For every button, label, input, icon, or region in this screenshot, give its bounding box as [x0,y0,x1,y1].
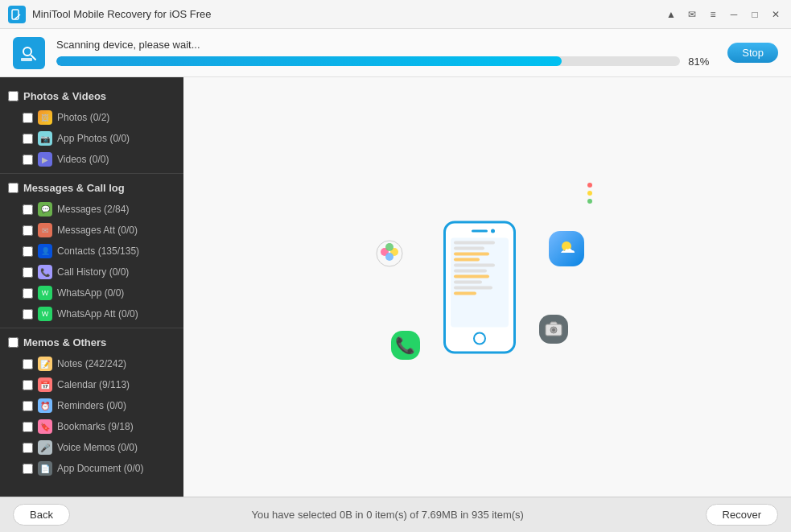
screen-line [454,286,492,289]
checkbox-reminders[interactable] [23,401,33,411]
floating-dots [587,183,592,204]
sidebar-item-call-history[interactable]: 📞 Call History (0/0) [0,262,183,282]
divider-1 [0,173,183,174]
checkbox-whatsapp[interactable] [23,288,33,299]
sidebar-item-photos[interactable]: 🖼 Photos (0/2) [0,107,183,128]
messages-att-label: Messages Att (0/0) [57,225,138,236]
sidebar-item-calendar[interactable]: 📅 Calendar (9/113) [0,374,183,395]
checkbox-bookmarks[interactable] [23,422,33,432]
sidebar-item-bookmarks[interactable]: 🔖 Bookmarks (9/18) [0,416,183,437]
category-photos-videos-label: Photos & Videos [23,90,106,102]
email-btn[interactable]: ✉ [685,7,699,22]
game-center-icon [375,239,404,268]
checkbox-photos[interactable] [23,113,33,123]
sidebar-item-app-document[interactable]: 📄 App Document (0/0) [0,458,183,479]
messages-icon: 💬 [38,202,52,217]
screen-line [454,241,495,244]
app-title: MiniTool Mobile Recovery for iOS Free [32,8,664,20]
videos-label: Videos (0/0) [57,154,109,165]
contacts-icon: 👤 [38,244,52,258]
back-button[interactable]: Back [13,504,70,526]
category-messages-calllog[interactable]: Messages & Call log [0,177,183,199]
category-memos-others[interactable]: Memos & Others [0,332,183,353]
checkbox-videos[interactable] [23,155,33,165]
svg-point-7 [385,253,393,261]
checkbox-messages-calllog[interactable] [8,183,19,193]
phone-screen [451,237,509,327]
screen-line-highlight [454,258,480,261]
phone-app-icon: 📞 [391,331,420,360]
screen-line [454,263,495,266]
checkbox-app-photos[interactable] [23,134,33,144]
maximize-btn[interactable]: □ [748,7,762,22]
checkbox-call-history[interactable] [23,267,33,278]
sidebar-item-contacts[interactable]: 👤 Contacts (135/135) [0,241,183,262]
sidebar-item-whatsapp-att[interactable]: W WhatsApp Att (0/0) [0,303,183,324]
app-icon [8,6,26,23]
app-photos-label: App Photos (0/0) [57,133,130,144]
app-document-icon: 📄 [38,461,52,476]
dot-green [587,199,592,204]
sidebar-item-notes[interactable]: 📝 Notes (242/242) [0,353,183,374]
photos-label: Photos (0/2) [57,112,109,123]
checkbox-whatsapp-att[interactable] [23,309,33,320]
svg-rect-2 [21,58,32,61]
reminders-label: Reminders (0/0) [57,400,126,411]
sidebar-item-voice-memos[interactable]: 🎤 Voice Memos (0/0) [0,437,183,458]
screen-line [454,269,488,272]
checkbox-messages-att[interactable] [23,225,33,236]
screen-line-highlight [454,291,477,295]
contacts-label: Contacts (135/135) [57,245,139,257]
svg-point-6 [385,243,393,251]
title-bar: MiniTool Mobile Recovery for iOS Free ▲ … [0,0,791,29]
phone-illustration: 📞 [359,167,616,408]
divider-2 [0,328,183,328]
sidebar-item-videos[interactable]: ▶ Videos (0/0) [0,149,183,170]
voice-memos-label: Voice Memos (0/0) [57,442,138,453]
phone-body [443,221,516,353]
menu-btn[interactable]: ≡ [706,7,720,22]
reminders-icon: ⏰ [38,398,52,413]
weather-icon [549,231,584,266]
notes-icon: 📝 [38,357,52,371]
checkbox-notes[interactable] [23,359,33,369]
checkbox-memos-others[interactable] [8,337,19,348]
upload-btn[interactable]: ▲ [664,7,678,22]
recover-button[interactable]: Recover [706,504,778,526]
screen-line-highlight [454,274,490,278]
sidebar-item-messages[interactable]: 💬 Messages (2/84) [0,199,183,220]
status-text: You have selected 0B in 0 item(s) of 7.6… [252,509,524,521]
checkbox-calendar[interactable] [23,380,33,390]
whatsapp-att-label: WhatsApp Att (0/0) [57,308,138,320]
call-history-icon: 📞 [38,265,52,279]
sidebar-item-app-photos[interactable]: 📷 App Photos (0/0) [0,128,183,149]
sidebar-item-reminders[interactable]: ⏰ Reminders (0/0) [0,395,183,416]
window-controls: ▲ ✉ ≡ ─ □ ✕ [664,7,783,22]
scan-bar: Scanning device, please wait... 81% Stop [0,29,791,77]
checkbox-voice-memos[interactable] [23,443,33,453]
sidebar-item-whatsapp[interactable]: W WhatsApp (0/0) [0,282,183,303]
call-history-label: Call History (0/0) [57,266,129,278]
content-area: 📞 [183,77,791,497]
screen-line-highlight [454,252,490,255]
notes-label: Notes (242/242) [57,358,126,369]
stop-button[interactable]: Stop [727,43,778,63]
minimize-btn[interactable]: ─ [727,7,741,22]
dot-yellow [587,191,592,196]
sidebar-item-messages-att[interactable]: ✉ Messages Att (0/0) [0,220,183,241]
screen-content [451,237,509,300]
checkbox-app-document[interactable] [23,464,33,474]
whatsapp-label: WhatsApp (0/0) [57,287,124,299]
checkbox-photos-videos[interactable] [8,91,19,101]
close-btn[interactable]: ✕ [768,7,783,22]
bookmarks-label: Bookmarks (9/18) [57,421,134,432]
checkbox-messages[interactable] [23,204,33,215]
checkbox-contacts[interactable] [23,246,33,257]
calendar-icon: 📅 [38,377,52,392]
category-photos-videos[interactable]: Photos & Videos [0,85,183,107]
svg-point-11 [552,328,555,332]
phone-home-button [473,332,486,344]
category-messages-calllog-label: Messages & Call log [23,182,125,194]
progress-bar-fill [56,56,562,66]
svg-point-1 [23,47,31,56]
